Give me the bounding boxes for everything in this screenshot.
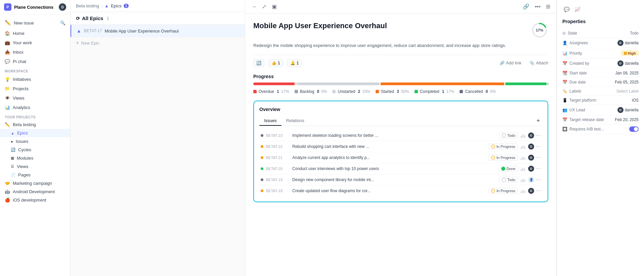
more-button[interactable]: ⋯	[535, 166, 541, 171]
detail-content: Mobile App User Experience Overhaul 17% …	[245, 13, 556, 208]
sidebar-item-marketing[interactable]: 🤝 Marketing campaign	[0, 179, 70, 187]
assignee-avatar: D	[528, 188, 534, 194]
issue-row[interactable]: BETAT-21 Analyze current app analytics t…	[259, 152, 542, 163]
assignee-avatar: D	[528, 166, 534, 172]
state-value[interactable]: Todo	[630, 31, 639, 36]
sidebar-item-beta-testing[interactable]: ✏️ Beta testing	[0, 120, 70, 129]
detail-panel: → ⤢ ▣ 🔗 ••• ⊞ Mobile App User Experience…	[245, 0, 557, 276]
comment-icon[interactable]: 💬	[562, 5, 570, 13]
created-by-icon: 📅	[562, 61, 567, 66]
link-icon[interactable]: 🔗	[522, 3, 530, 10]
more-button[interactable]: ⋯	[535, 144, 541, 149]
refresh-button[interactable]: 🔄	[253, 59, 264, 67]
prop-created-by[interactable]: 📅 Created by D daniella	[562, 58, 639, 69]
brand[interactable]: P Plane Connections	[4, 3, 53, 11]
assignees-value[interactable]: D daniella	[617, 40, 639, 46]
priority-value[interactable]: ▦ High	[621, 50, 639, 56]
target-release-value[interactable]: Feb 20, 2025	[615, 117, 639, 122]
tab-issues[interactable]: Issues	[259, 116, 282, 126]
add-issue-button[interactable]: +	[534, 117, 542, 125]
bell-count: 1	[297, 61, 299, 65]
project-name: Marketing campaign	[13, 181, 52, 186]
sidebar-item-ios[interactable]: 🍎 iOS development	[0, 196, 70, 204]
sidebar-item-your-work[interactable]: 💼 Your work	[0, 38, 70, 47]
status-badge: In Progress	[488, 155, 518, 161]
issue-row[interactable]: BETAT-22 Rebuild shopping cart interface…	[259, 141, 542, 152]
briefcase-icon: 💼	[5, 40, 10, 45]
sidebar-item-analytics[interactable]: 📊 Analytics	[0, 103, 70, 112]
sidebar-sub-pages[interactable]: 📄 Pages	[0, 171, 70, 179]
search-icon[interactable]: 🔍	[60, 20, 66, 25]
unstarted-dot	[332, 90, 336, 93]
start-date-value[interactable]: Jan 08, 2025	[615, 71, 639, 75]
expand-icon[interactable]: ⤢	[261, 3, 267, 10]
legend-unstarted: Unstarted 2 33%	[332, 89, 370, 94]
chart-icon	[521, 177, 527, 182]
bar-started	[381, 82, 504, 85]
pen-icon: ✏️	[5, 122, 10, 127]
sidebar-sub-cycles[interactable]: 🔄 Cycles	[0, 146, 70, 154]
sidebar-item-views[interactable]: 👁️ Views	[0, 93, 70, 103]
split-view-icon[interactable]: ▣	[271, 3, 277, 10]
brand-icon: P	[4, 3, 11, 11]
more-button[interactable]: ⋯	[535, 177, 541, 182]
issue-actions: D ⋯	[521, 188, 541, 194]
ux-lead-icon: 👥	[562, 108, 567, 112]
prop-ab-test[interactable]: 🔲 Requires A/B test...	[562, 124, 639, 134]
sidebar-sub-issues[interactable]: ● Issues	[0, 137, 70, 146]
arrow-right-icon[interactable]: →	[251, 3, 257, 10]
bell-icon: 🔔	[290, 61, 295, 65]
more-options-icon[interactable]: •••	[534, 3, 541, 10]
new-epic-button[interactable]: + New Epic	[71, 37, 245, 49]
chart-icon	[521, 188, 527, 193]
prop-assignees[interactable]: 👤 Assignees D daniella	[562, 38, 639, 48]
issue-id: BETAT-18	[266, 189, 290, 193]
sidebar-item-android[interactable]: 🤖 Android Development	[0, 187, 70, 196]
thumbsup-button[interactable]: 👍 1	[268, 59, 283, 67]
sidebar-sub-views[interactable]: ☰ Views	[0, 162, 70, 171]
tab-relations[interactable]: Relations	[282, 116, 309, 126]
sidebar-item-initiatives[interactable]: 💡 Initiatives	[0, 74, 70, 84]
sidebar-sub-epics[interactable]: ▲ Epics	[0, 129, 70, 137]
breadcrumb-parent[interactable]: Beta testing	[76, 3, 99, 8]
target-platform-value[interactable]: iOS	[632, 98, 639, 103]
due-date-value[interactable]: Feb 05, 2025	[615, 80, 639, 85]
more-button[interactable]: ⋯	[535, 155, 541, 160]
issue-row[interactable]: BETAT-23 Implement skeleton loading scre…	[259, 130, 542, 141]
more-button[interactable]: ⋯	[535, 188, 541, 194]
priority-badge: ▦ High	[621, 50, 639, 56]
prop-target-release[interactable]: 📅 Target release date Feb 20, 2025	[562, 115, 639, 124]
bell-button[interactable]: 🔔 1	[287, 59, 302, 67]
activity-icon[interactable]: 📈	[573, 5, 581, 13]
sidebar-item-pi-chat[interactable]: 💬 Pi chat	[0, 57, 70, 66]
issue-row[interactable]: BETAT-19 Design new component library fo…	[259, 174, 542, 185]
sub-item-label: Issues	[16, 139, 29, 144]
prop-due-date[interactable]: 📅 Due date Feb 05, 2025	[562, 78, 639, 87]
sidebar-sub-modules[interactable]: ▦ Modules	[0, 154, 70, 162]
more-button[interactable]: ⋯	[535, 133, 541, 138]
prop-start-date[interactable]: 📆 Start date Jan 08, 2025	[562, 69, 639, 78]
sidebar-item-projects[interactable]: 📁 Projects	[0, 84, 70, 93]
add-link-button[interactable]: 🔗 Add link	[500, 60, 521, 65]
sidebar-item-inbox[interactable]: 📥 Inbox	[0, 47, 70, 57]
prop-ux-lead[interactable]: 👥 UX Lead D daniella	[562, 105, 639, 115]
new-issue-button[interactable]: ✏️ New issue 🔍	[0, 17, 70, 29]
layout-icon[interactable]: ⊞	[545, 3, 551, 10]
issue-row[interactable]: BETAT-20 Conduct user interviews with to…	[259, 163, 542, 174]
sidebar-item-label: Pi chat	[13, 59, 26, 64]
issue-row[interactable]: BETAT-18 Create updated user flow diagra…	[259, 185, 542, 196]
backlog-dot	[295, 90, 298, 93]
ab-test-toggle[interactable]	[629, 126, 639, 132]
prop-labels[interactable]: 🏷️ Labels Select Label	[562, 87, 639, 96]
attach-button[interactable]: 📎 Attach	[529, 60, 548, 65]
epic-list-item[interactable]: ▲ BETAT-17 Mobile App User Experience Ov…	[71, 25, 245, 37]
prop-priority[interactable]: 📊 Priority ▦ High	[562, 48, 639, 58]
started-dot	[376, 90, 379, 93]
avatar[interactable]: D	[59, 3, 66, 11]
labels-value[interactable]: Select Label	[616, 89, 639, 94]
prop-target-platform[interactable]: 📱 Target platform iOS	[562, 96, 639, 105]
sidebar-item-home[interactable]: 🏠 Home	[0, 29, 70, 38]
prop-state[interactable]: ⊙ State Todo	[562, 29, 639, 38]
view-icon: ☰	[11, 164, 14, 169]
ux-lead-value[interactable]: D daniella	[617, 107, 639, 113]
